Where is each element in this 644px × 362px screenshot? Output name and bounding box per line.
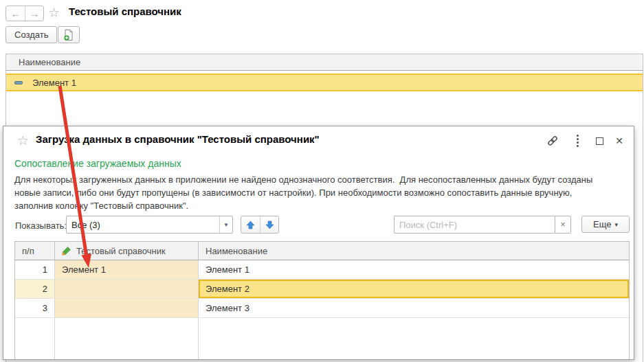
empty-cell xyxy=(199,318,629,359)
catalog-element-icon xyxy=(14,81,23,84)
close-icon: ✕ xyxy=(615,135,623,146)
table-row[interactable]: 3 Элемент 3 xyxy=(15,299,629,318)
list-row-selected[interactable]: Элемент 1 xyxy=(6,73,643,91)
cell-catalog[interactable] xyxy=(55,280,199,298)
maximize-button[interactable] xyxy=(592,135,606,147)
more-button[interactable]: Еще ▾ xyxy=(581,216,630,233)
chevron-down-icon: ▾ xyxy=(614,221,618,228)
cell-num: 1 xyxy=(15,260,55,279)
forward-button[interactable]: → xyxy=(25,6,43,21)
load-data-dialog: ☆ Загрузка данных в справочник "Тестовый… xyxy=(3,126,634,360)
edit-pencil-icon xyxy=(62,246,71,256)
cell-catalog[interactable] xyxy=(55,299,199,317)
nav-button-group: ← → xyxy=(5,5,44,21)
table-empty-area xyxy=(15,318,629,359)
more-button-label: Еще xyxy=(593,219,611,229)
chevron-down-icon: ▾ xyxy=(225,221,228,228)
forward-arrow-icon: → xyxy=(30,8,39,19)
show-label: Показывать: xyxy=(15,220,67,231)
column-header-catalog[interactable]: Тестовый справочник xyxy=(55,242,199,260)
search-box: × xyxy=(394,216,571,234)
show-filter-dropdown[interactable]: Все (3) ▾ xyxy=(66,216,233,234)
dialog-title: Загрузка данных в справочник "Тестовый с… xyxy=(36,133,320,145)
new-item-icon-button[interactable] xyxy=(58,26,80,43)
description-line: Для некоторых загруженных данных в прило… xyxy=(14,173,592,186)
column-header-num[interactable]: п/п xyxy=(15,242,55,260)
list-column-header[interactable]: Наименование xyxy=(6,54,643,71)
arrow-down-icon xyxy=(265,220,274,229)
close-button[interactable]: ✕ xyxy=(612,135,626,147)
create-button[interactable]: Создать xyxy=(5,26,57,43)
more-menu-button[interactable] xyxy=(570,135,584,147)
description-line: заполнив колонку "Тестовый справочник". xyxy=(14,199,592,212)
mapping-table: п/п Тестовый справочник Наименование 1 Э… xyxy=(14,241,630,359)
cell-name-selected[interactable]: Элемент 2 xyxy=(199,280,629,298)
back-arrow-icon: ← xyxy=(11,8,21,19)
favorite-star-icon[interactable]: ☆ xyxy=(17,134,29,147)
search-clear-button[interactable]: × xyxy=(555,216,571,234)
cell-catalog[interactable]: Элемент 1 xyxy=(55,260,199,279)
show-filter-value: Все (3) xyxy=(67,220,219,230)
table-row-selected[interactable]: 2 Элемент 2 xyxy=(15,280,629,299)
column-header-catalog-label: Тестовый справочник xyxy=(76,246,166,256)
link-icon xyxy=(546,135,559,147)
favorite-star-icon[interactable]: ☆ xyxy=(48,6,60,19)
move-buttons-group xyxy=(241,216,279,234)
description-line: новые записи, либо они будут пропущены (… xyxy=(14,186,592,199)
maximize-icon xyxy=(596,137,603,145)
back-button[interactable]: ← xyxy=(6,6,25,21)
clear-icon: × xyxy=(560,220,565,229)
table-row[interactable]: 1 Элемент 1 Элемент 1 xyxy=(15,260,629,280)
cell-num: 3 xyxy=(15,299,55,317)
cell-num: 2 xyxy=(15,280,55,298)
document-add-icon xyxy=(63,29,75,41)
column-header-name[interactable]: Наименование xyxy=(199,242,629,260)
get-link-button[interactable] xyxy=(546,135,559,147)
empty-cell xyxy=(55,318,199,359)
screen: ← → ☆ Тестовый справочник Создать Наимен… xyxy=(0,0,644,362)
move-down-button[interactable] xyxy=(260,216,278,233)
cell-name: Элемент 3 xyxy=(199,299,629,317)
empty-cell xyxy=(15,318,55,359)
dropdown-button[interactable]: ▾ xyxy=(219,216,232,233)
table-header-row: п/п Тестовый справочник Наименование xyxy=(15,242,629,260)
description-text: Для некоторых загруженных данных в прило… xyxy=(14,173,592,212)
kebab-dots-icon xyxy=(577,135,579,147)
page-title: Тестовый справочник xyxy=(69,5,181,17)
cell-name: Элемент 1 xyxy=(199,260,629,279)
search-input[interactable] xyxy=(394,216,555,234)
list-item-label: Элемент 1 xyxy=(32,78,76,88)
move-up-button[interactable] xyxy=(241,216,260,233)
section-heading: Сопоставление загружаемых данных xyxy=(14,158,181,169)
arrow-up-icon xyxy=(246,220,255,229)
